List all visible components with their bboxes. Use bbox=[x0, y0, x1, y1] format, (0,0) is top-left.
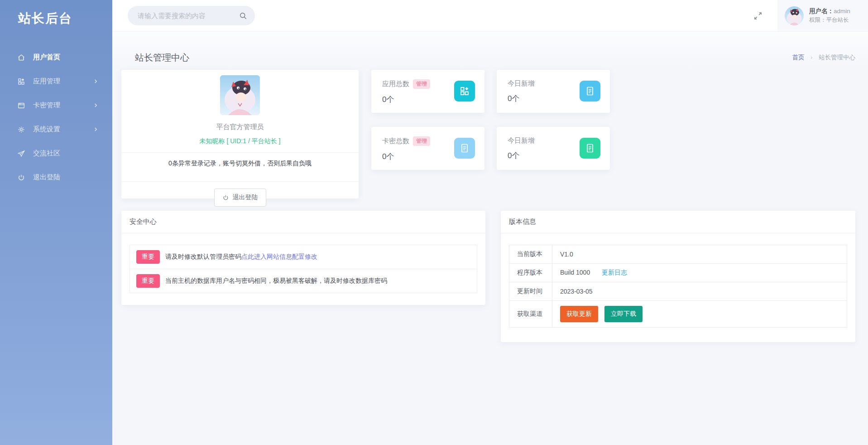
alert-row: 重要 当前主机的数据库用户名与密码相同，极易被黑客破解，请及时修改数据库密码 bbox=[130, 269, 477, 293]
search-icon[interactable] bbox=[239, 11, 248, 20]
apps-icon[interactable] bbox=[454, 81, 475, 102]
row-label: 当前版本 bbox=[509, 245, 552, 264]
sidebar-item-home[interactable]: 用户首页 bbox=[0, 45, 112, 69]
important-badge: 重要 bbox=[136, 250, 160, 264]
topbar-right: 用户名：admin 权限：平台站长 bbox=[752, 0, 868, 31]
stat-label: 今日新增 bbox=[508, 136, 535, 145]
profile-title: 平台官方管理员 bbox=[121, 123, 359, 131]
logout-button[interactable]: 退出登陆 bbox=[214, 189, 266, 207]
power-icon bbox=[222, 194, 229, 201]
power-icon bbox=[17, 174, 25, 182]
version-panel-body: 当前版本 V1.0 程序版本 Build 1000 更新日志 更新时间 bbox=[501, 233, 855, 342]
sidebar-item-label: 卡密管理 bbox=[33, 101, 60, 110]
stat-label: 应用总数 bbox=[382, 80, 409, 88]
app-logo: 站长后台 bbox=[0, 0, 112, 27]
stat-card-keys-total: 卡密总数 管理 0个 bbox=[371, 127, 484, 170]
stat-card-apps-total: 应用总数 管理 0个 bbox=[371, 70, 484, 113]
sidebar-item-label: 系统设置 bbox=[33, 125, 60, 134]
profile-avatar bbox=[220, 75, 260, 115]
alert-list: 重要 请及时修改默认管理员密码 点此进入网站信息配置修改 重要 当前主机的数据库… bbox=[129, 245, 477, 293]
profile-card: 平台官方管理员 未知昵称 [ UID:1 / 平台站长 ] 0条异常登录记录，账… bbox=[121, 70, 359, 198]
stat-card-keys-today: 今日新增 0个 bbox=[497, 127, 610, 170]
doc-icon[interactable] bbox=[454, 138, 475, 159]
gear-icon bbox=[17, 126, 25, 134]
row-label: 获取渠道 bbox=[509, 301, 552, 328]
table-row: 程序版本 Build 1000 更新日志 bbox=[509, 264, 847, 282]
breadcrumb-separator: › bbox=[810, 54, 812, 61]
user-role-line: 权限：平台站长 bbox=[809, 16, 850, 24]
chevron-right-icon bbox=[94, 127, 98, 131]
download-now-button[interactable]: 立即下载 bbox=[604, 306, 643, 322]
page-title: 站长管理中心 bbox=[135, 52, 189, 64]
version-panel-title: 版本信息 bbox=[501, 211, 855, 233]
user-avatar bbox=[785, 6, 804, 25]
chevron-right-icon bbox=[94, 103, 98, 107]
divider bbox=[121, 181, 359, 182]
manage-badge[interactable]: 管理 bbox=[413, 79, 430, 89]
sidebar-item-community[interactable]: 交流社区 bbox=[0, 141, 112, 165]
user-menu[interactable]: 用户名：admin 权限：平台站长 bbox=[777, 0, 868, 31]
changelog-link[interactable]: 更新日志 bbox=[602, 269, 627, 276]
security-panel: 安全中心 重要 请及时修改默认管理员密码 点此进入网站信息配置修改 重要 当前主… bbox=[121, 211, 485, 305]
security-panel-body: 重要 请及时修改默认管理员密码 点此进入网站信息配置修改 重要 当前主机的数据库… bbox=[121, 233, 485, 305]
user-name-value: admin bbox=[834, 8, 850, 15]
chevron-right-icon bbox=[94, 79, 98, 83]
panels-area: 平台官方管理员 未知昵称 [ UID:1 / 平台站长 ] 0条异常登录记录，账… bbox=[112, 70, 868, 342]
user-role-label: 权限： bbox=[809, 17, 826, 23]
table-row: 获取渠道 获取更新 立即下载 bbox=[509, 301, 847, 328]
sidebar-item-label: 应用管理 bbox=[33, 77, 60, 86]
search-input[interactable] bbox=[138, 12, 239, 19]
sidebar-item-cards[interactable]: 卡密管理 bbox=[0, 93, 112, 117]
user-meta: 用户名：admin 权限：平台站长 bbox=[809, 7, 850, 24]
sidebar-item-logout[interactable]: 退出登陆 bbox=[0, 165, 112, 189]
page-header: 站长管理中心 首页 › 站长管理中心 bbox=[112, 32, 868, 70]
doc-icon[interactable] bbox=[580, 81, 600, 102]
doc-icon[interactable] bbox=[580, 138, 600, 159]
top-row: 平台官方管理员 未知昵称 [ UID:1 / 平台站长 ] 0条异常登录记录，账… bbox=[121, 70, 855, 198]
security-panel-title: 安全中心 bbox=[121, 211, 485, 233]
top-bar: 用户名：admin 权限：平台站长 bbox=[112, 0, 868, 32]
manage-badge[interactable]: 管理 bbox=[413, 136, 430, 146]
version-panel: 版本信息 当前版本 V1.0 程序版本 Build 1000 更新日志 bbox=[501, 211, 855, 342]
stat-cards: 应用总数 管理 0个 今日新增 0个 bbox=[371, 70, 610, 198]
row-label: 更新时间 bbox=[509, 282, 552, 301]
get-update-button[interactable]: 获取更新 bbox=[560, 306, 598, 322]
version-table: 当前版本 V1.0 程序版本 Build 1000 更新日志 更新时间 bbox=[509, 245, 847, 328]
stat-label: 今日新增 bbox=[508, 79, 535, 88]
stat-card-apps-today: 今日新增 0个 bbox=[497, 70, 610, 113]
home-icon bbox=[17, 53, 25, 62]
sidebar-item-settings[interactable]: 系统设置 bbox=[0, 117, 112, 141]
sidebar-item-apps[interactable]: 应用管理 bbox=[0, 69, 112, 93]
important-badge: 重要 bbox=[136, 274, 160, 288]
breadcrumb-home-link[interactable]: 首页 bbox=[792, 54, 804, 61]
sidebar-item-label: 交流社区 bbox=[33, 149, 60, 158]
sidebar: 站长后台 用户首页 应用管理 卡密管理 系统设置 交流社区 退出登陆 bbox=[0, 0, 112, 445]
logout-label: 退出登陆 bbox=[233, 193, 258, 202]
user-name-label: 用户名： bbox=[809, 8, 834, 15]
breadcrumb-current: 站长管理中心 bbox=[819, 54, 855, 61]
user-role-value: 平台站长 bbox=[826, 17, 849, 23]
breadcrumb: 首页 › 站长管理中心 bbox=[792, 53, 855, 62]
fullscreen-icon[interactable] bbox=[752, 10, 764, 22]
profile-notice: 0条异常登录记录，账号切莫外借，否则后果自负哦 bbox=[121, 153, 359, 174]
apps-icon bbox=[17, 77, 25, 86]
build-version-value: Build 1000 bbox=[560, 269, 590, 276]
update-time-value: 2023-03-05 bbox=[552, 282, 847, 301]
alert-text: 请及时修改默认管理员密码 bbox=[165, 253, 241, 261]
row-label: 程序版本 bbox=[509, 264, 552, 282]
send-icon bbox=[17, 150, 25, 158]
alert-row: 重要 请及时修改默认管理员密码 点此进入网站信息配置修改 bbox=[130, 245, 477, 269]
main-content: 站长管理中心 首页 › 站长管理中心 bbox=[112, 0, 868, 342]
config-link[interactable]: 点此进入网站信息配置修改 bbox=[241, 253, 317, 261]
table-row: 当前版本 V1.0 bbox=[509, 245, 847, 264]
channel-buttons-cell: 获取更新 立即下载 bbox=[552, 301, 847, 328]
stat-label: 卡密总数 bbox=[382, 137, 409, 145]
sidebar-item-label: 用户首页 bbox=[33, 53, 60, 62]
table-row: 更新时间 2023-03-05 bbox=[509, 282, 847, 301]
build-version-cell: Build 1000 更新日志 bbox=[552, 264, 847, 282]
sidebar-item-label: 退出登陆 bbox=[33, 173, 60, 182]
sidebar-nav: 用户首页 应用管理 卡密管理 系统设置 交流社区 退出登陆 bbox=[0, 45, 112, 189]
card-icon bbox=[17, 102, 25, 110]
profile-identity: 未知昵称 [ UID:1 / 平台站长 ] bbox=[121, 137, 359, 145]
user-name-line: 用户名：admin bbox=[809, 7, 850, 16]
